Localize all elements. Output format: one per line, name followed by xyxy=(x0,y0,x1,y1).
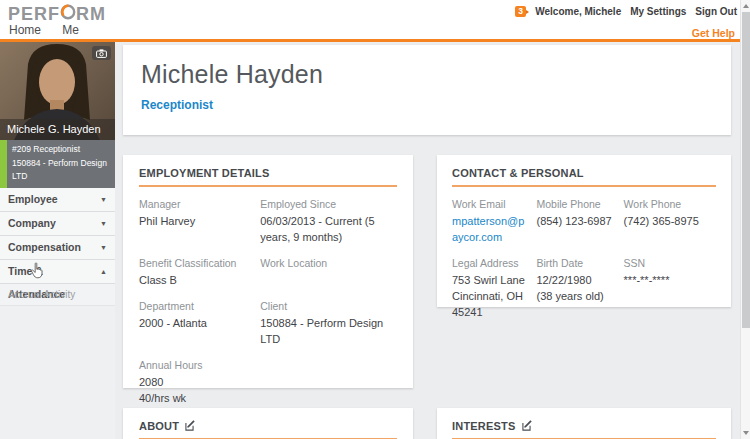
logo-text-left: PERF xyxy=(8,4,60,25)
change-photo-button[interactable] xyxy=(92,46,111,60)
field-ssn: SSN ***-**-**** xyxy=(624,257,716,321)
edit-about-button[interactable] xyxy=(185,420,196,431)
logo-o-swoosh-icon xyxy=(60,3,76,25)
sidebar-item-company[interactable]: ▼ Company xyxy=(0,212,115,236)
field-benefit-classification: Benefit Classification Class B xyxy=(139,257,260,289)
employee-client: 150884 - Perform Design LTD xyxy=(12,157,115,184)
camera-icon xyxy=(96,49,107,58)
field-annual-hours: Annual Hours 2080 40/hrs wk xyxy=(139,359,260,407)
employee-id-band: #209 Receptionist 150884 - Perform Desig… xyxy=(0,140,115,188)
employment-details-card: EMPLOYMENT DETAILS Manager Phil Harvey E… xyxy=(123,155,413,388)
employee-photo: Michele G. Hayden xyxy=(0,42,115,140)
field-work-location: Work Location xyxy=(260,257,397,289)
employee-position: #209 Receptionist xyxy=(12,143,115,157)
work-email-link[interactable]: mpatterson@paycor.com xyxy=(452,214,528,246)
field-work-email: Work Email mpatterson@paycor.com xyxy=(452,198,536,246)
sidebar-item-time-attendance[interactable]: ▲ Time & Attendance xyxy=(0,260,115,284)
edit-pencil-icon xyxy=(185,420,196,431)
my-settings-link[interactable]: My Settings xyxy=(630,6,686,17)
interests-card: INTERESTS xyxy=(437,408,731,439)
field-client: Client 150884 - Perform Design LTD xyxy=(260,300,397,348)
welcome-menu[interactable]: Welcome, Michele xyxy=(535,6,621,17)
sidebar-item-accrual-activity[interactable]: Accrual Activity xyxy=(0,284,115,306)
chevron-down-icon: ▼ xyxy=(100,188,107,211)
field-legal-address: Legal Address 753 Swirl Lane Cincinnati,… xyxy=(452,257,536,321)
field-department: Department 2000 - Atlanta xyxy=(139,300,260,348)
page-title-employee-name: Michele Hayden xyxy=(141,60,713,89)
about-heading: ABOUT xyxy=(139,420,179,432)
scroll-up-icon[interactable] xyxy=(743,4,749,8)
chevron-down-icon: ▼ xyxy=(100,236,107,259)
vertical-scrollbar[interactable] xyxy=(740,0,750,439)
status-green-stripe xyxy=(0,140,7,188)
employee-title-link[interactable]: Receptionist xyxy=(141,98,713,112)
app-header: PERF RM Home Me 3 Welcome, Michele My Se… xyxy=(0,0,750,42)
field-birth-date: Birth Date 12/22/1980 (38 years old) xyxy=(536,257,623,321)
user-menu: 3 Welcome, Michele My Settings Sign Out xyxy=(515,6,737,17)
sidebar-item-compensation[interactable]: ▼ Compensation xyxy=(0,236,115,260)
contact-personal-heading: CONTACT & PERSONAL xyxy=(452,167,716,187)
nav-me[interactable]: Me xyxy=(62,23,79,37)
nav-home[interactable]: Home xyxy=(9,23,41,37)
chevron-up-icon: ▲ xyxy=(100,260,107,283)
notification-badge[interactable]: 3 xyxy=(515,6,526,17)
sign-out-link[interactable]: Sign Out xyxy=(695,6,737,17)
logo-text-right: RM xyxy=(76,4,106,25)
edit-interests-button[interactable] xyxy=(522,420,533,431)
app-logo[interactable]: PERF RM xyxy=(8,3,106,25)
field-mobile-phone: Mobile Phone (854) 123-6987 xyxy=(536,198,623,246)
field-work-phone: Work Phone (742) 365-8975 xyxy=(624,198,716,246)
sidebar-item-employee[interactable]: ▼ Employee xyxy=(0,188,115,212)
field-manager: Manager Phil Harvey xyxy=(139,198,260,246)
chevron-down-icon: ▼ xyxy=(100,212,107,235)
edit-pencil-icon xyxy=(522,420,533,431)
get-help-link[interactable]: Get Help xyxy=(692,27,735,39)
contact-personal-card: CONTACT & PERSONAL Work Email mpatterson… xyxy=(437,155,731,307)
photo-name-overlay: Michele G. Hayden xyxy=(0,119,115,140)
scrollbar-thumb[interactable] xyxy=(742,12,750,328)
interests-heading: INTERESTS xyxy=(452,420,516,432)
scroll-down-icon[interactable] xyxy=(743,431,749,435)
field-employed-since: Employed Since 06/03/2013 - Current (5 y… xyxy=(260,198,397,246)
profile-header-card: Michele Hayden Receptionist xyxy=(123,45,731,135)
top-nav: Home Me xyxy=(9,23,97,37)
employment-details-heading: EMPLOYMENT DETAILS xyxy=(139,167,397,187)
about-card: ABOUT xyxy=(123,408,413,439)
sidebar: Michele G. Hayden #209 Receptionist 1508… xyxy=(0,42,115,439)
